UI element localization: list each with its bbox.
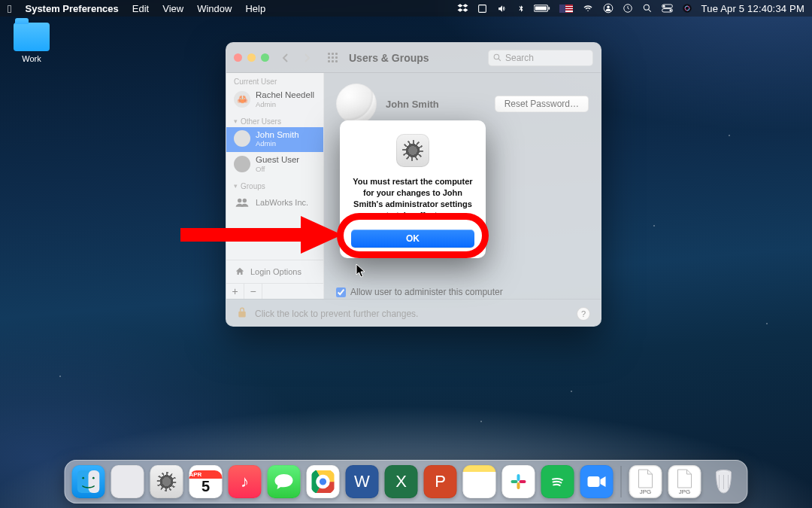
- add-user-button[interactable]: +: [226, 284, 244, 299]
- dock-music[interactable]: ♪: [229, 465, 262, 498]
- dock-chrome[interactable]: [307, 465, 340, 498]
- user-switch-icon[interactable]: [603, 3, 614, 14]
- admin-checkbox-row[interactable]: Allow user to administer this computer: [336, 287, 503, 297]
- svg-point-15: [494, 54, 499, 59]
- remove-user-button[interactable]: −: [244, 284, 262, 299]
- dock-launchpad[interactable]: [111, 465, 144, 498]
- back-button[interactable]: [277, 50, 295, 66]
- dock-excel[interactable]: X: [385, 465, 418, 498]
- user-role-label: Off: [256, 165, 299, 173]
- gear-icon: [157, 472, 177, 491]
- dock-recent-file-1[interactable]: JPG: [629, 465, 662, 498]
- app-menu[interactable]: System Preferences: [25, 3, 118, 14]
- dock-powerpoint[interactable]: P: [424, 465, 457, 498]
- lock-text: Click the lock to prevent further change…: [255, 309, 569, 319]
- avatar: [234, 156, 250, 172]
- show-all-button[interactable]: [323, 50, 341, 66]
- search-icon: [492, 53, 502, 62]
- sidebar-current-user[interactable]: 🦀 Rachel Needell Admin: [226, 87, 323, 113]
- apple-menu-icon[interactable]: : [8, 3, 11, 14]
- dropbox-icon[interactable]: [457, 3, 468, 14]
- user-name-label: Rachel Needell: [256, 90, 314, 100]
- window-traffic-lights: [234, 53, 269, 62]
- user-name-label: Guest User: [256, 155, 299, 165]
- clock-icon[interactable]: [623, 3, 633, 14]
- dialog-message: You must restart the computer for your c…: [350, 176, 475, 221]
- dock-zoom[interactable]: [580, 465, 614, 498]
- svg-point-5: [607, 6, 610, 9]
- svg-rect-2: [535, 6, 546, 10]
- svg-rect-3: [548, 7, 550, 9]
- folder-icon: [14, 23, 50, 51]
- groups-header[interactable]: ▾Groups: [226, 178, 323, 192]
- chevron-down-icon: ▾: [234, 117, 238, 125]
- bluetooth-icon[interactable]: [517, 3, 525, 14]
- svg-point-12: [683, 4, 692, 13]
- window-zoom-button[interactable]: [261, 53, 269, 62]
- reset-password-button[interactable]: Reset Password…: [495, 96, 589, 112]
- lock-icon[interactable]: [237, 306, 247, 322]
- menu-datetime[interactable]: Tue Apr 5 12:40:34 PM: [701, 3, 804, 14]
- svg-rect-30: [511, 480, 518, 483]
- menu-edit[interactable]: Edit: [132, 3, 149, 14]
- wifi-icon[interactable]: [582, 4, 594, 13]
- dock-slack[interactable]: [502, 465, 535, 498]
- menu-window[interactable]: Window: [197, 3, 232, 14]
- control-center-icon[interactable]: [662, 4, 673, 13]
- window-titlebar: Users & Groups: [226, 43, 601, 73]
- dock-trash[interactable]: [707, 465, 741, 498]
- other-users-header[interactable]: ▾Other Users: [226, 113, 323, 127]
- user-display-name: John Smith: [386, 99, 439, 110]
- dock-calendar[interactable]: APR5: [189, 465, 223, 498]
- siri-icon[interactable]: [682, 3, 692, 14]
- spotlight-icon[interactable]: [642, 3, 653, 14]
- group-name-label: LabWorks Inc.: [256, 198, 308, 207]
- menu-help[interactable]: Help: [245, 3, 265, 14]
- keyboard-layout-icon[interactable]: [559, 5, 573, 13]
- login-options[interactable]: Login Options: [226, 260, 323, 283]
- battery-icon[interactable]: [534, 4, 550, 13]
- sidebar-group-labworks[interactable]: LabWorks Inc.: [226, 192, 323, 213]
- lock-row: Click the lock to prevent further change…: [226, 299, 601, 327]
- sidebar-user-john-smith[interactable]: John Smith Admin: [226, 127, 323, 153]
- ok-button[interactable]: OK: [351, 230, 474, 248]
- dock-word[interactable]: W: [346, 465, 379, 498]
- gear-icon: [402, 140, 423, 161]
- user-name-label: John Smith: [256, 130, 299, 140]
- dock: APR5 ♪ W X P JPG JPG: [65, 460, 748, 503]
- dock-separator: [621, 466, 622, 497]
- svg-rect-29: [517, 474, 520, 481]
- current-user-header: Current User: [226, 73, 323, 87]
- menu-bar:  System Preferences Edit View Window He…: [0, 0, 812, 17]
- svg-rect-33: [588, 476, 600, 487]
- dock-recent-file-2[interactable]: JPG: [668, 465, 701, 498]
- dock-system-preferences[interactable]: [150, 465, 183, 498]
- restart-required-dialog: You must restart the computer for your c…: [340, 120, 486, 258]
- dock-finder[interactable]: [72, 465, 105, 498]
- menu-view[interactable]: View: [162, 3, 183, 14]
- svg-point-21: [82, 477, 84, 479]
- window-close-button[interactable]: [234, 53, 242, 62]
- volume-icon[interactable]: [496, 4, 508, 14]
- window-title: Users & Groups: [349, 52, 429, 64]
- svg-point-22: [92, 477, 95, 479]
- svg-point-11: [669, 9, 671, 11]
- help-button[interactable]: ?: [577, 307, 590, 321]
- admin-checkbox[interactable]: [336, 287, 346, 297]
- dock-messages[interactable]: [268, 465, 301, 498]
- users-sidebar: Current User 🦀 Rachel Needell Admin ▾Oth…: [226, 73, 324, 299]
- sidebar-user-guest[interactable]: Guest User Off: [226, 152, 323, 178]
- forward-button[interactable]: [298, 50, 316, 66]
- desktop-folder-work[interactable]: Work: [8, 23, 56, 63]
- search-input[interactable]: [488, 50, 593, 66]
- dock-spotify[interactable]: [541, 465, 574, 498]
- dock-notes[interactable]: [463, 465, 496, 498]
- window-minimize-button[interactable]: [247, 53, 256, 62]
- user-avatar-large[interactable]: [336, 84, 377, 124]
- group-icon: [234, 196, 250, 208]
- box-icon[interactable]: [477, 4, 487, 14]
- avatar: 🦀: [234, 91, 250, 108]
- calendar-month: APR: [189, 470, 223, 479]
- svg-rect-18: [238, 311, 245, 317]
- home-icon: [234, 266, 246, 277]
